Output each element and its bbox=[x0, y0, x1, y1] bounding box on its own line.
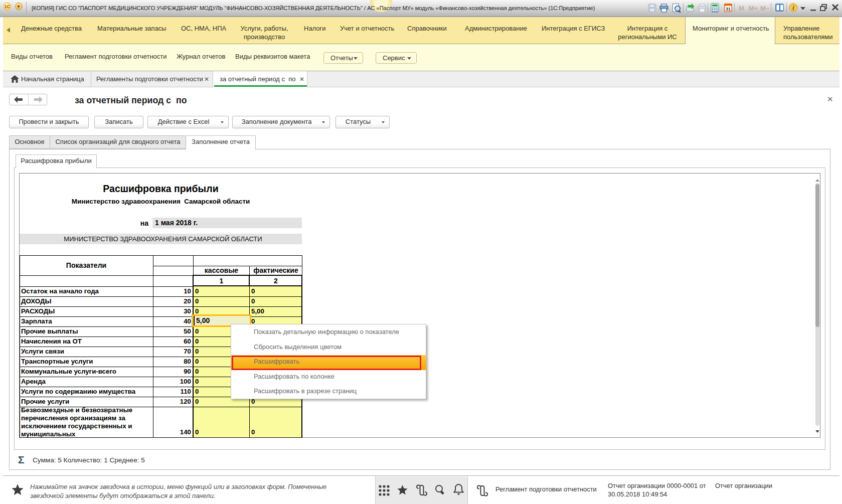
svg-text:M+: M+ bbox=[749, 5, 758, 12]
svg-text:M: M bbox=[739, 5, 744, 12]
svg-text:M−: M− bbox=[760, 5, 770, 12]
svg-text:31: 31 bbox=[726, 7, 731, 12]
